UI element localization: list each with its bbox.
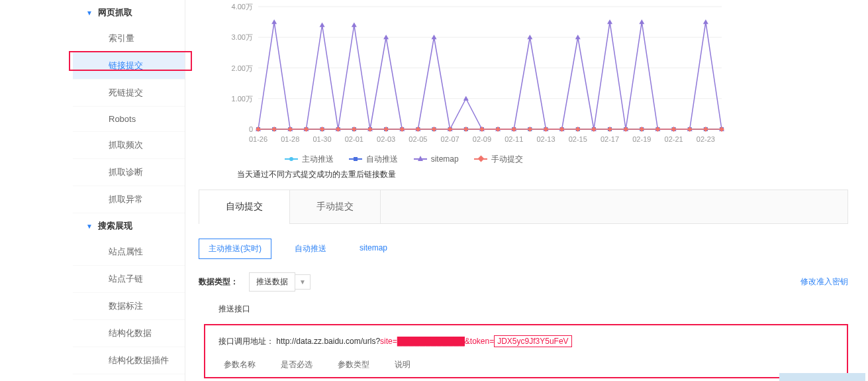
chevron-down-icon: ▼ bbox=[86, 9, 93, 17]
sidebar-item-label: 死链提交 bbox=[109, 87, 143, 97]
svg-text:02-03: 02-03 bbox=[377, 135, 395, 143]
chevron-down-icon[interactable]: ▼ bbox=[295, 274, 311, 290]
sidebar-item-label: 结构化数据 bbox=[109, 328, 152, 338]
tabs-outer: 自动提交 手动提交 bbox=[199, 190, 848, 224]
tab-label: 自动提交 bbox=[226, 201, 263, 211]
sidebar-item-struct-data[interactable]: 结构化数据 bbox=[73, 320, 185, 347]
subtab-active-push[interactable]: 主动推送(实时) bbox=[199, 239, 271, 259]
sidebar-item-link-submit[interactable]: 链接提交 bbox=[73, 52, 185, 80]
sub-tabs: 主动推送(实时) 自动推送 sitemap bbox=[199, 239, 868, 259]
sidebar-item-label: 抓取频次 bbox=[109, 140, 143, 150]
sidebar-item-site-attr[interactable]: 站点属性 bbox=[73, 239, 185, 266]
data-type-label: 数据类型： bbox=[199, 276, 238, 288]
svg-text:02-15: 02-15 bbox=[569, 135, 587, 143]
sidebar-item-label: 结构化数据插件 bbox=[109, 355, 169, 365]
data-type-row: 数据类型： 推送数据 ▼ 修改准入密钥 bbox=[199, 272, 868, 292]
sidebar-section-search[interactable]: ▼ 搜索展现 bbox=[73, 213, 185, 239]
svg-text:02-01: 02-01 bbox=[345, 135, 363, 143]
sidebar-item-deadlink[interactable]: 死链提交 bbox=[73, 80, 185, 107]
select-value: 推送数据 bbox=[256, 276, 288, 288]
legend-item-sitemap: sitemap bbox=[414, 154, 459, 164]
sidebar-item-label: 抓取异常 bbox=[109, 194, 143, 204]
sidebar-item-crawl-error[interactable]: 抓取异常 bbox=[73, 186, 185, 213]
api-label: 接口调用地址： bbox=[218, 337, 274, 346]
subtab-label: 自动推送 bbox=[295, 244, 326, 253]
api-site-param: site= bbox=[380, 337, 397, 346]
param-col-name: 参数名称 bbox=[224, 359, 256, 370]
sidebar-item-label: 站点子链 bbox=[109, 274, 143, 284]
sidebar-item-data-annot[interactable]: 数据标注 bbox=[73, 293, 185, 320]
svg-text:02-05: 02-05 bbox=[409, 135, 427, 143]
param-col-required: 是否必选 bbox=[281, 359, 313, 370]
sidebar-item-robots[interactable]: Robots bbox=[73, 107, 185, 132]
tab-manual-submit[interactable]: 手动提交 bbox=[290, 190, 381, 224]
param-table-header: 参数名称 是否必选 参数类型 说明 bbox=[218, 359, 834, 370]
svg-text:02-13: 02-13 bbox=[536, 135, 555, 143]
param-col-desc: 说明 bbox=[395, 359, 410, 370]
sidebar-item-crawl-freq[interactable]: 抓取频次 bbox=[73, 132, 185, 159]
svg-text:01-30: 01-30 bbox=[313, 135, 331, 143]
tabs-filler bbox=[381, 190, 847, 224]
tab-label: 手动提交 bbox=[316, 201, 354, 211]
modify-key-link[interactable]: 修改准入密钥 bbox=[800, 276, 848, 288]
diamond-icon bbox=[474, 158, 487, 160]
svg-text:3.00万: 3.00万 bbox=[232, 33, 253, 41]
sidebar-section-label: 搜索展现 bbox=[98, 221, 132, 231]
param-col-type: 参数类型 bbox=[338, 359, 369, 370]
subtab-label: 主动推送(实时) bbox=[209, 244, 262, 253]
legend-label: 自动推送 bbox=[366, 154, 398, 165]
svg-text:02-17: 02-17 bbox=[601, 135, 619, 143]
chart-legend: 主动推送 自动推送 sitemap 手动提交 bbox=[285, 152, 868, 165]
svg-text:01-26: 01-26 bbox=[249, 135, 267, 143]
sidebar-section-crawl[interactable]: ▼ 网页抓取 bbox=[73, 0, 185, 25]
svg-text:02-09: 02-09 bbox=[473, 135, 491, 143]
svg-text:02-07: 02-07 bbox=[441, 135, 459, 143]
tab-auto-submit[interactable]: 自动提交 bbox=[199, 190, 290, 224]
legend-item-manual: 手动提交 bbox=[474, 154, 523, 165]
circle-icon bbox=[285, 158, 298, 160]
sidebar-item-label: 数据标注 bbox=[109, 301, 143, 311]
triangle-icon bbox=[414, 158, 427, 160]
sidebar-item-label: 站点属性 bbox=[109, 246, 143, 256]
sidebar-section-label: 网页抓取 bbox=[98, 7, 132, 17]
api-token-value: JDX5yc9Jf3Y5uFeV bbox=[494, 335, 571, 347]
sidebar-item-label: 链接提交 bbox=[109, 60, 143, 70]
chevron-down-icon: ▼ bbox=[86, 223, 93, 230]
sidebar-item-site-sublink[interactable]: 站点子链 bbox=[73, 266, 185, 293]
svg-text:02-23: 02-23 bbox=[697, 135, 715, 143]
square-icon bbox=[349, 158, 362, 160]
svg-text:4.00万: 4.00万 bbox=[232, 3, 253, 11]
api-box: 接口调用地址： http://data.zz.baidu.com/urls?si… bbox=[204, 324, 848, 378]
subtab-auto-push[interactable]: 自动推送 bbox=[285, 239, 336, 259]
line-chart: 01.00万2.00万3.00万4.00万01-2601-2801-3002-0… bbox=[218, 0, 728, 146]
svg-text:01-28: 01-28 bbox=[281, 135, 299, 143]
sidebar-item-struct-plugin[interactable]: 结构化数据插件 bbox=[73, 347, 185, 374]
push-interface-heading: 推送接口 bbox=[218, 303, 868, 315]
link-label: 修改准入密钥 bbox=[800, 277, 848, 286]
sidebar: ▼ 网页抓取 索引量 链接提交 死链提交 Robots 抓取频次 抓取诊断 抓取… bbox=[73, 0, 185, 381]
legend-label: 主动推送 bbox=[302, 154, 334, 165]
sidebar-item-label: 索引量 bbox=[109, 33, 134, 43]
svg-text:0: 0 bbox=[249, 125, 253, 133]
chart-area: 01.00万2.00万3.00万4.00万01-2601-2801-3002-0… bbox=[218, 0, 728, 146]
api-url-prefix: http://data.zz.baidu.com/urls? bbox=[276, 337, 380, 346]
main-content: 01.00万2.00万3.00万4.00万01-2601-2801-3002-0… bbox=[199, 0, 868, 381]
api-site-value-masked: ████████████ bbox=[397, 337, 465, 346]
svg-text:02-19: 02-19 bbox=[632, 135, 651, 143]
legend-label: 手动提交 bbox=[491, 154, 523, 165]
subtab-label: sitemap bbox=[360, 243, 387, 252]
sidebar-item-crawl-diag[interactable]: 抓取诊断 bbox=[73, 159, 185, 186]
subtab-sitemap[interactable]: sitemap bbox=[350, 239, 397, 259]
data-type-select[interactable]: 推送数据 bbox=[249, 272, 295, 292]
svg-text:2.00万: 2.00万 bbox=[232, 64, 253, 72]
chart-description: 当天通过不同方式提交成功的去重后链接数量 bbox=[237, 169, 868, 180]
sidebar-item-label: Robots bbox=[109, 114, 136, 124]
sidebar-item-index[interactable]: 索引量 bbox=[73, 25, 185, 52]
legend-item-active-push: 主动推送 bbox=[285, 154, 334, 165]
api-address-line: 接口调用地址： http://data.zz.baidu.com/urls?si… bbox=[218, 336, 834, 347]
svg-text:02-11: 02-11 bbox=[505, 135, 523, 143]
legend-item-auto-push: 自动推送 bbox=[349, 154, 398, 165]
svg-text:1.00万: 1.00万 bbox=[232, 95, 253, 103]
api-token-param: &token= bbox=[465, 337, 494, 346]
bottom-decoration bbox=[779, 373, 865, 381]
